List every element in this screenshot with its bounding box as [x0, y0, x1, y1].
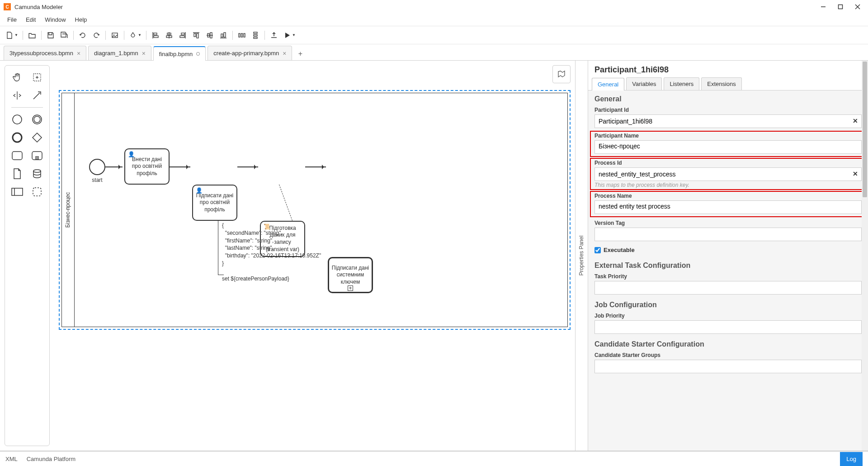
- svg-rect-45: [12, 188, 23, 195]
- scrollbar-thumb[interactable]: [863, 62, 867, 197]
- field-task-priority: Task Priority: [588, 271, 868, 296]
- candidate-groups-input[interactable]: [594, 360, 862, 373]
- task-tool[interactable]: [9, 147, 25, 164]
- sequence-flow[interactable]: [170, 166, 190, 167]
- field-process-name: Process Name nested entity test process: [590, 191, 866, 217]
- new-file-button[interactable]: ▼: [4, 29, 20, 42]
- status-platform[interactable]: Camunda Platform: [27, 456, 75, 462]
- tab-finalbp[interactable]: finalbp.bpmn: [153, 46, 206, 61]
- undo-button[interactable]: [76, 29, 89, 42]
- svg-rect-1: [839, 5, 843, 9]
- pool-participant[interactable]: Бізнес-процес start 👤 Внести дані про ос…: [59, 90, 571, 330]
- hand-tool[interactable]: [9, 69, 25, 86]
- menu-window[interactable]: Window: [41, 15, 69, 24]
- run-button[interactable]: ▼: [281, 29, 297, 42]
- tab-extensions[interactable]: Extensions: [701, 77, 742, 90]
- group-tool[interactable]: [29, 184, 45, 200]
- tab-general[interactable]: General: [592, 78, 624, 90]
- tab-create-app-primary[interactable]: create-app-primary.bpmn×: [208, 46, 292, 60]
- tab-listeners[interactable]: Listeners: [664, 77, 699, 90]
- process-name-label: Process Name: [594, 193, 862, 199]
- main-area: Бізнес-процес start 👤 Внести дані про ос…: [0, 61, 868, 451]
- align-left-button[interactable]: [149, 29, 162, 42]
- lasso-tool[interactable]: [29, 69, 45, 86]
- distribute-v-button[interactable]: [249, 29, 262, 42]
- maximize-icon[interactable]: [837, 4, 844, 10]
- tab-3typessubprocess[interactable]: 3typessubprocess.bpmn×: [4, 46, 86, 60]
- start-event[interactable]: start: [89, 159, 105, 175]
- minimap-toggle[interactable]: [552, 65, 571, 83]
- svg-rect-23: [224, 33, 226, 37]
- process-id-input[interactable]: [594, 167, 862, 181]
- job-priority-input[interactable]: [594, 320, 862, 334]
- close-icon[interactable]: [854, 4, 861, 10]
- sequence-flow[interactable]: [305, 166, 326, 167]
- data-object-tool[interactable]: [9, 166, 25, 182]
- gateway-tool[interactable]: [29, 129, 45, 146]
- scrollbar[interactable]: [862, 61, 868, 451]
- candidate-groups-label: Candidate Starter Groups: [594, 352, 862, 358]
- space-tool[interactable]: [9, 87, 25, 104]
- save-button[interactable]: [44, 29, 57, 42]
- properties-panel-toggle[interactable]: Properties Panel: [575, 61, 588, 451]
- task-priority-input[interactable]: [594, 281, 862, 295]
- call-activity[interactable]: Підписати дані системним ключем +: [328, 257, 373, 293]
- minimize-icon[interactable]: [820, 4, 826, 10]
- section-job-config: Job Configuration: [588, 296, 868, 311]
- redo-button[interactable]: [90, 29, 103, 42]
- menu-help[interactable]: Help: [71, 15, 91, 24]
- executable-checkbox[interactable]: [594, 247, 601, 253]
- align-right-button[interactable]: [176, 29, 189, 42]
- sequence-flow[interactable]: [237, 166, 258, 167]
- svg-rect-47: [33, 188, 41, 196]
- intermediate-event-tool[interactable]: [29, 111, 45, 128]
- status-xml[interactable]: XML: [5, 456, 18, 462]
- participant-name-input[interactable]: Бізнес-процес: [594, 140, 862, 154]
- align-top-button[interactable]: [190, 29, 203, 42]
- process-name-input[interactable]: nested entity test process: [594, 200, 862, 214]
- app-icon: C: [4, 3, 11, 10]
- version-tag-input[interactable]: [594, 228, 862, 241]
- tab-diagram1[interactable]: diagram_1.bpmn×: [88, 46, 151, 60]
- align-bottom-button[interactable]: [217, 29, 230, 42]
- user-task-2[interactable]: 👤 Підписати дані про освітній профіль: [192, 185, 237, 221]
- menu-file[interactable]: File: [4, 15, 20, 24]
- svg-rect-8: [154, 36, 158, 38]
- field-executable: Executable: [588, 243, 868, 257]
- color-button[interactable]: ▼: [127, 29, 143, 42]
- connect-tool[interactable]: [29, 87, 45, 104]
- subprocess-tool[interactable]: [29, 147, 45, 164]
- deploy-button[interactable]: [268, 29, 280, 42]
- canvas[interactable]: Бізнес-процес start 👤 Внести дані про ос…: [54, 61, 575, 451]
- align-center-v-button[interactable]: [203, 29, 216, 42]
- data-store-tool[interactable]: [29, 166, 45, 182]
- close-icon[interactable]: ×: [283, 50, 286, 57]
- image-button[interactable]: [108, 29, 121, 42]
- close-icon[interactable]: ×: [142, 50, 146, 57]
- separator: [105, 31, 106, 40]
- end-event-tool[interactable]: [9, 129, 25, 146]
- process-id-hint: This maps to the process definition key.: [594, 182, 862, 188]
- open-file-button[interactable]: [26, 29, 38, 42]
- tab-variables[interactable]: Variables: [626, 77, 662, 90]
- pool-header[interactable]: Бізнес-процес: [62, 93, 75, 327]
- field-participant-id: Participant Id ✕: [588, 105, 868, 130]
- task-label: Підписати дані про освітній профіль: [195, 192, 235, 214]
- clear-icon[interactable]: ✕: [853, 170, 858, 177]
- log-button[interactable]: Log: [840, 452, 863, 466]
- menu-edit[interactable]: Edit: [22, 15, 39, 24]
- clear-icon[interactable]: ✕: [853, 117, 858, 124]
- association[interactable]: [279, 185, 292, 221]
- align-center-h-button[interactable]: [163, 29, 175, 42]
- sequence-flow[interactable]: [105, 166, 123, 167]
- executable-label: Executable: [604, 247, 635, 253]
- user-task-1[interactable]: 👤 Внести дані про освітній профіль: [124, 148, 170, 185]
- text-annotation[interactable]: { "secondName": "string", "firstName": "…: [218, 220, 325, 275]
- save-all-button[interactable]: [58, 29, 71, 42]
- new-tab-button[interactable]: +: [294, 48, 307, 60]
- start-event-tool[interactable]: [9, 111, 25, 128]
- pool-tool[interactable]: [9, 184, 25, 200]
- close-icon[interactable]: ×: [77, 50, 80, 57]
- participant-id-input[interactable]: [594, 114, 862, 128]
- distribute-h-button[interactable]: [236, 29, 248, 42]
